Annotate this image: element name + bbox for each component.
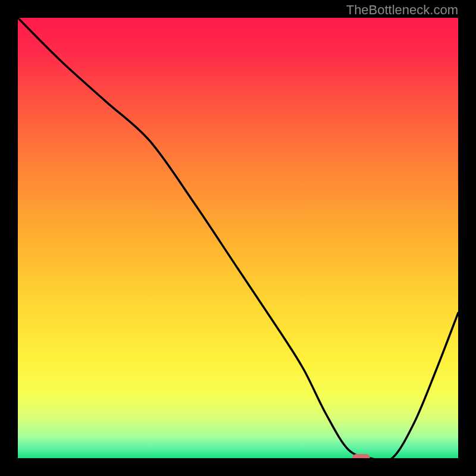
- plot-area: [18, 18, 458, 458]
- watermark-text: TheBottleneck.com: [346, 2, 458, 18]
- optimal-marker: [352, 454, 370, 458]
- chart-frame: TheBottleneck.com: [0, 0, 476, 476]
- bottleneck-curve: [18, 18, 458, 458]
